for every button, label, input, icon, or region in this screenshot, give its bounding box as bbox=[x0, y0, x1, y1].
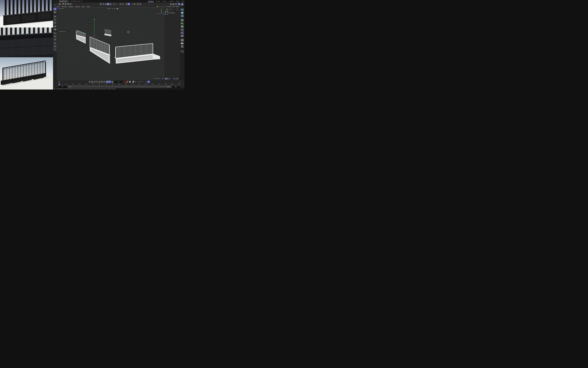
viewport-menu-display[interactable]: Display bbox=[69, 6, 73, 7]
deformer-hull-icon[interactable] bbox=[181, 28, 184, 31]
layout-tab-uv-edit[interactable]: UV Edit bbox=[169, 0, 173, 3]
tab-document-active[interactable]: AssetIT.c4d * bbox=[58, 0, 68, 3]
axis-modify-icon[interactable]: ⌐ bbox=[113, 3, 115, 5]
transport-prev-key-icon[interactable]: ◆◀ bbox=[91, 81, 93, 83]
assign-arrow-icon[interactable]: ↗ bbox=[168, 8, 170, 11]
pen-line-icon[interactable]: ✒▬ bbox=[53, 45, 57, 48]
orbit-icon[interactable]: ↻ bbox=[160, 6, 162, 7]
grid-lock-icon[interactable]: ⩩ bbox=[127, 3, 130, 5]
brush-tool-icon[interactable]: 🖉 bbox=[53, 42, 57, 45]
primitive-cube-icon[interactable] bbox=[181, 11, 184, 14]
material-hexagon-icon[interactable] bbox=[181, 50, 184, 53]
rotate-tool-icon[interactable]: ↻ bbox=[53, 18, 57, 21]
layout-tab-sculpt[interactable]: Sculpt bbox=[163, 0, 166, 3]
null-object-icon[interactable]: 0 bbox=[136, 3, 139, 5]
current-frame-field[interactable]: ‹ 0 F › bbox=[114, 81, 123, 83]
pan-hand-icon[interactable]: ✋ bbox=[157, 6, 158, 7]
range-start-handle[interactable]: ‖ 0 F bbox=[69, 86, 71, 88]
x-axis-lock-button[interactable]: X bbox=[62, 3, 64, 5]
keyframe-diamond-icon[interactable]: ◆ bbox=[58, 81, 60, 83]
corner-resize-icon[interactable]: ◿ bbox=[179, 81, 181, 83]
tab-close-icon[interactable]: ✕ bbox=[68, 0, 69, 3]
y-axis-lock-button[interactable]: Y bbox=[64, 3, 67, 5]
pen-cubes-icon[interactable]: ❒✒ bbox=[53, 38, 57, 41]
record-parameters-icon[interactable]: ≡ bbox=[145, 81, 147, 83]
symmetry-icon[interactable] bbox=[181, 34, 184, 37]
sky-globe-icon[interactable] bbox=[181, 39, 184, 41]
subdivision-surface-icon[interactable] bbox=[181, 18, 184, 21]
record-rotation-icon[interactable]: ↺ bbox=[140, 81, 143, 83]
mouse-record-icon[interactable]: ▮ bbox=[132, 81, 135, 83]
record-scale-icon[interactable]: ▢ bbox=[143, 81, 145, 83]
search-icon[interactable]: ⌕ bbox=[53, 4, 57, 7]
viewport-menu-panel[interactable]: Panel bbox=[87, 6, 90, 7]
tweak-gear-cursor-icon[interactable]: ✱▸ bbox=[53, 11, 57, 14]
slider-handle[interactable] bbox=[178, 78, 178, 79]
workplane-mode-icon[interactable]: ▯ bbox=[115, 3, 117, 5]
material-menu-view[interactable]: View bbox=[176, 6, 178, 7]
end-frame-field[interactable]: ‹ 90 F › bbox=[172, 86, 180, 88]
axis-ellipse-icon[interactable] bbox=[181, 3, 184, 6]
status-menu-icon[interactable] bbox=[54, 88, 55, 89]
layout-tab-standard[interactable]: Standard bbox=[148, 0, 154, 3]
point-mode-icon[interactable]: ⭘ bbox=[102, 3, 104, 5]
viewport-menu-cameras[interactable]: Cameras bbox=[61, 6, 67, 7]
move-tool-icon[interactable]: ✥ bbox=[53, 15, 57, 18]
autokey-bars-icon[interactable]: A bbox=[109, 81, 111, 83]
range-end-handle[interactable]: 90 F ‖ bbox=[167, 86, 171, 88]
transport-play-icon[interactable]: ▶ bbox=[96, 81, 98, 83]
edge-mode-icon[interactable]: ◑ bbox=[105, 3, 107, 5]
sound-icon[interactable]: ◀) bbox=[111, 81, 113, 83]
viewport-menu-options[interactable]: Options bbox=[75, 6, 80, 7]
material-thumbnail[interactable] bbox=[165, 11, 168, 14]
dolly-icon[interactable]: ⇳ bbox=[159, 6, 160, 7]
material-menu-create[interactable]: Create bbox=[167, 6, 171, 7]
model-mode-icon[interactable]: ⬮ bbox=[107, 3, 109, 5]
autokey-record-icon[interactable]: A bbox=[126, 81, 128, 83]
spline-pen-icon[interactable]: ✒◡ bbox=[53, 32, 57, 35]
record-keyframe-icon[interactable]: ◆ bbox=[124, 81, 126, 83]
axis-cube-icon[interactable] bbox=[181, 31, 184, 34]
preview-range-bar[interactable]: ‖ 0 F 90 F ‖ bbox=[68, 86, 172, 88]
make-editable-icon[interactable]: ⬮ bbox=[100, 3, 102, 5]
spline-rectangle-icon[interactable] bbox=[181, 8, 184, 11]
generator-gear-icon[interactable] bbox=[181, 25, 184, 28]
viewport-filter-icon[interactable]: ✾ bbox=[133, 3, 136, 5]
scene-camera-icon[interactable] bbox=[181, 42, 184, 45]
perspective-viewport[interactable]: YXZ Perspective Default Camera Live Sele… bbox=[57, 8, 165, 80]
texture-mode-icon[interactable]: ◗ bbox=[109, 3, 112, 5]
pen-rectangle-icon[interactable]: ✒▪ bbox=[53, 35, 57, 38]
new-material-button[interactable]: + bbox=[166, 8, 168, 11]
render-settings-icon[interactable]: ✱ bbox=[175, 3, 177, 5]
snap-magnet-icon[interactable]: U bbox=[119, 3, 122, 5]
grid-icon[interactable]: ⩩ bbox=[125, 3, 127, 5]
start-frame-field[interactable]: ‹ 0 F › bbox=[58, 86, 67, 88]
material-menu-icon[interactable] bbox=[165, 6, 166, 7]
viewport-camera-label[interactable]: Default Camera bbox=[106, 8, 119, 9]
material-name[interactable]: mit textur bbox=[169, 12, 175, 14]
cursor-move-icon[interactable]: ▸✥ bbox=[53, 25, 57, 28]
light-bulb-icon[interactable] bbox=[181, 45, 184, 48]
annotation-icon[interactable]: A bbox=[139, 3, 141, 5]
list-view-icon[interactable]: ≣ bbox=[165, 78, 167, 80]
layout-tab-paint[interactable]: Paint bbox=[176, 0, 179, 3]
transport-next-key-icon[interactable]: ▶◆ bbox=[101, 81, 103, 83]
boxes-move-icon[interactable]: ❒✥ bbox=[53, 28, 57, 31]
transport-next-frame-icon[interactable]: |▶ bbox=[99, 81, 101, 83]
maximize-view-icon[interactable]: ❐ bbox=[162, 6, 164, 7]
timeline-playhead[interactable] bbox=[59, 83, 60, 86]
text-spline-icon[interactable] bbox=[181, 14, 184, 17]
transport-goto-start-icon[interactable]: |◀ bbox=[89, 81, 91, 83]
grid-view-icon[interactable]: ▦ bbox=[167, 78, 168, 80]
workplane-icon[interactable]: ▣ bbox=[58, 3, 61, 5]
z-axis-lock-button[interactable]: Z bbox=[67, 3, 69, 5]
loop-playback-icon[interactable]: ⟳ bbox=[106, 81, 109, 83]
keyframe-settings-gear-icon[interactable]: ✱ bbox=[129, 81, 131, 83]
enable-rings-icon[interactable]: ◎ bbox=[131, 3, 133, 5]
redo-icon[interactable]: ↷ bbox=[56, 0, 57, 2]
scale-tool-icon[interactable]: ❏ bbox=[53, 21, 57, 24]
quantize-icon[interactable]: ⌗ bbox=[122, 3, 124, 5]
record-position-icon[interactable]: ⇅ bbox=[138, 81, 140, 83]
sketch-spline-icon[interactable]: ∿ bbox=[53, 48, 57, 51]
live-selection-tool-icon[interactable]: ◌▸ bbox=[53, 8, 57, 10]
